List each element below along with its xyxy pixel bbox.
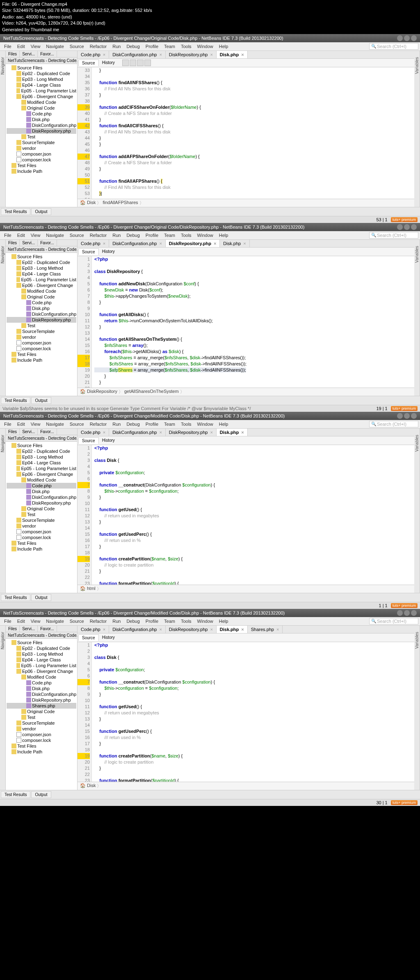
window-titlebar[interactable]: NetTutsScreencasts - Detecting Code Smel… — [0, 34, 420, 42]
video-metadata: File: 06 - Divergent Change.mp4 Size: 53… — [0, 0, 420, 34]
close-icon[interactable]: × — [159, 52, 162, 57]
maximize-icon[interactable] — [404, 413, 410, 419]
code-content[interactable]: <?php class DiskRepository { function ad… — [92, 256, 414, 388]
menu-tools[interactable]: Tools — [178, 43, 194, 50]
maximize-icon[interactable] — [404, 610, 410, 616]
output-tab[interactable]: Output — [31, 208, 51, 215]
project-tree[interactable]: Source Files Ep02 - Duplicated Code Ep03… — [6, 64, 77, 175]
window-titlebar[interactable]: NetTutsScreencasts - Detecting Code Smel… — [0, 223, 420, 231]
code-editor[interactable]: 1234567891011121314151617181920212223242… — [78, 642, 414, 782]
breadcrumb-icon: 🏠 — [80, 389, 86, 395]
project-tree[interactable]: Source Files Ep02 - Duplicated Code Ep03… — [6, 442, 77, 553]
close-icon[interactable] — [411, 35, 417, 41]
menu-debug[interactable]: Debug — [124, 43, 142, 50]
tab-diskrepo[interactable]: DiskRepository.php× — [166, 51, 217, 58]
project-tree[interactable]: Source Files Ep02 - Duplicated Code Ep03… — [6, 253, 77, 364]
window-titlebar[interactable]: NetTutsScreencasts - Detecting Code Smel… — [0, 609, 420, 617]
folder-icon — [21, 675, 26, 679]
code-editor[interactable]: 1234567891011121314151617181920212223242… — [78, 445, 414, 585]
toolbar-icon[interactable] — [144, 60, 151, 66]
menu-window[interactable]: Window — [195, 43, 216, 50]
close-icon[interactable] — [411, 610, 417, 616]
window-titlebar[interactable]: NetTutsScreencasts - Detecting Code Smel… — [0, 412, 420, 420]
menu-run[interactable]: Run — [110, 43, 123, 50]
menu-help[interactable]: Help — [217, 43, 231, 50]
menu-refactor[interactable]: Refactor — [87, 43, 110, 50]
folder-icon — [16, 140, 21, 145]
menu-navigate[interactable]: Navigate — [43, 43, 66, 50]
php-file-icon — [26, 686, 31, 691]
folder-icon — [11, 640, 16, 645]
folder-icon — [16, 652, 21, 656]
minimize-icon[interactable] — [397, 224, 403, 230]
menu-source[interactable]: Source — [67, 43, 87, 50]
variables-tab[interactable]: Variables — [415, 57, 419, 74]
tab-diskconfig[interactable]: DiskConfiguration.php× — [109, 51, 166, 58]
minimize-icon[interactable] — [397, 610, 403, 616]
close-icon[interactable]: × — [210, 52, 212, 57]
navigator-tab[interactable]: Navigator — [0, 57, 5, 75]
menu-view[interactable]: View — [28, 43, 43, 50]
close-icon[interactable]: × — [241, 52, 244, 57]
folder-icon — [16, 726, 21, 731]
folder-icon — [21, 715, 26, 720]
folder-icon — [11, 749, 16, 754]
close-icon[interactable]: × — [103, 52, 105, 57]
project-tree[interactable]: Source Files Ep02 - Duplicated Code Ep03… — [6, 639, 77, 755]
tab-code[interactable]: Code.php× — [78, 51, 109, 58]
folder-icon — [16, 449, 21, 454]
code-editor[interactable]: 1234567891011121314151617181920212223242… — [78, 256, 414, 388]
php-file-icon — [26, 680, 31, 685]
search-input[interactable]: Search (Ctrl+I) — [369, 618, 418, 624]
search-input[interactable]: Search (Ctrl+I) — [369, 232, 418, 239]
breadcrumb[interactable]: 🏠 DiskRepository〉 getAllSharesOnTheSyste… — [78, 388, 414, 396]
window-title: NetTutsScreencasts - Detecting Code Smel… — [3, 36, 283, 41]
tab-disk[interactable]: Disk.php× — [217, 51, 248, 58]
test-results-tab[interactable]: Test Results — [1, 208, 30, 215]
bottom-tabs: Test Results Output — [0, 207, 420, 216]
php-file-icon — [26, 306, 31, 311]
toolbar-icon[interactable] — [137, 60, 144, 66]
menu-file[interactable]: File — [2, 43, 14, 50]
folder-icon — [16, 94, 21, 99]
code-editor[interactable]: 3334353637383940414243444546474849505152… — [78, 67, 414, 199]
json-file-icon — [16, 151, 21, 156]
folder-icon — [16, 646, 21, 651]
toolbar-icon[interactable] — [122, 60, 129, 66]
maximize-icon[interactable] — [404, 224, 410, 230]
folder-icon — [21, 106, 26, 110]
folder-icon — [11, 443, 16, 448]
status-message: Variable $afpShares seems to be unused i… — [2, 406, 376, 411]
left-sidebar-tabs: Navigator — [0, 51, 6, 207]
search-input[interactable]: Search (Ctrl+I) — [369, 43, 418, 50]
json-file-icon — [16, 732, 21, 737]
services-tab[interactable]: Servi... — [20, 51, 38, 57]
maximize-icon[interactable] — [404, 35, 410, 41]
breadcrumb[interactable]: 🏠 Disk〉 findAllAFPShares〉 — [78, 199, 414, 207]
folder-icon — [21, 134, 26, 139]
line-gutter: 3334353637383940414243444546474849505152… — [78, 67, 92, 199]
breadcrumb-icon: 🏠 — [80, 783, 86, 789]
menu-team[interactable]: Team — [162, 43, 178, 50]
search-input[interactable]: Search (Ctrl+I) — [369, 421, 418, 427]
project-panel: Files Servi... Favor... NetTutsScreencas… — [6, 51, 78, 207]
history-subtab[interactable]: History — [99, 60, 118, 66]
folder-icon — [16, 657, 21, 662]
file-icon — [16, 535, 21, 540]
folder-icon — [11, 541, 16, 546]
folder-icon — [21, 709, 26, 714]
files-tab[interactable]: Files — [6, 51, 20, 57]
minimize-icon[interactable] — [397, 413, 403, 419]
folder-icon — [16, 523, 21, 528]
menu-edit[interactable]: Edit — [15, 43, 27, 50]
code-content[interactable]: <?php class Disk { private $configuratio… — [92, 642, 414, 782]
toolbar-icon[interactable] — [130, 60, 136, 66]
favorites-tab[interactable]: Favor... — [38, 51, 57, 57]
code-content[interactable]: <?php class Disk { private $configuratio… — [92, 445, 414, 585]
code-content[interactable]: } function findAllNFSShares() { // Find … — [92, 67, 414, 199]
menu-profile[interactable]: Profile — [143, 43, 161, 50]
close-icon[interactable] — [411, 413, 417, 419]
source-subtab[interactable]: Source — [78, 60, 99, 66]
close-icon[interactable] — [411, 224, 417, 230]
minimize-icon[interactable] — [397, 35, 403, 41]
